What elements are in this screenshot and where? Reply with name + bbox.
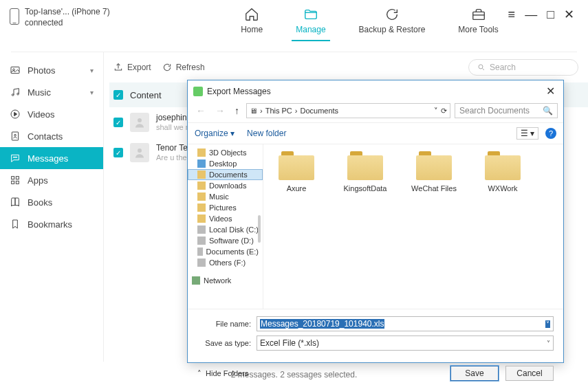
select-all-checkbox[interactable]: ✓ — [113, 90, 123, 100]
tree-label: Downloads — [209, 182, 246, 190]
sidebar-item-photos[interactable]: Photos ▾ — [0, 59, 103, 81]
dialog-body: 3D ObjectsDesktopDocumentsDownloadsMusic… — [188, 144, 563, 309]
tree-item[interactable]: Music — [188, 191, 263, 202]
folder-item[interactable]: WeChat Files — [409, 151, 459, 192]
svg-point-17 — [138, 148, 142, 153]
svg-rect-12 — [16, 177, 19, 179]
menu-button[interactable]: ≡ — [508, 8, 516, 21]
row-checkbox[interactable]: ✓ — [113, 148, 123, 157]
scrollbar[interactable] — [258, 148, 262, 309]
filename-input[interactable]: Messages_20180719_101940.xls ˅ — [257, 316, 554, 331]
crumb-root[interactable]: This PC — [265, 107, 292, 115]
filename-value: Messages_20180719_101940.xls — [260, 319, 384, 329]
maximize-button[interactable]: □ — [547, 8, 554, 21]
row-checkbox[interactable]: ✓ — [113, 118, 123, 127]
sidebar-item-videos[interactable]: Videos — [0, 103, 103, 125]
dialog-search-input[interactable]: Search Documents 🔍 — [455, 103, 558, 118]
folder-item[interactable]: Axure — [272, 151, 321, 192]
refresh-label: Refresh — [176, 63, 205, 72]
search-icon — [477, 63, 486, 72]
tree-item[interactable]: Software (D:) — [188, 235, 263, 246]
search-input[interactable]: Search — [468, 59, 578, 76]
tree-item[interactable]: Local Disk (C:) — [188, 224, 263, 235]
svg-point-7 — [14, 134, 17, 136]
folder-icon — [302, 7, 320, 22]
tree-label: Desktop — [209, 160, 237, 168]
bookmarks-icon — [10, 219, 21, 230]
close-button[interactable]: ✕ — [564, 8, 574, 21]
phone-icon — [10, 8, 19, 25]
toolbox-icon — [470, 7, 488, 22]
chevron-down-icon[interactable]: ˅ — [547, 340, 550, 347]
view-mode-button[interactable]: ☰ ▾ — [516, 127, 538, 140]
search-icon: 🔍 — [543, 106, 553, 116]
chevron-down-icon[interactable]: ˅ — [545, 320, 550, 328]
tree-label: 3D Objects — [209, 148, 246, 157]
tab-home[interactable]: Home — [241, 7, 263, 40]
filetype-select[interactable]: Excel File (*.xls) ˅ — [257, 336, 554, 351]
folder-label: WXWork — [488, 184, 517, 192]
fold-icon — [197, 204, 206, 212]
sidebar-label-music: Music — [28, 87, 51, 98]
new-folder-button[interactable]: New folder — [247, 129, 286, 138]
tab-manage[interactable]: Manage — [296, 7, 325, 40]
export-dialog: Export Messages ✕ ← → ↑ 🖥 › This PC › Do… — [187, 80, 564, 363]
folder-icon — [347, 151, 383, 180]
sidebar-label-photos: Photos — [28, 65, 55, 76]
chevron-down-icon[interactable]: ˅ — [434, 107, 438, 116]
nav-up-button[interactable]: ↑ — [232, 104, 242, 118]
hide-folders-toggle[interactable]: ˄ Hide Folders — [197, 369, 248, 378]
sidebar-item-apps[interactable]: Apps — [0, 169, 103, 191]
photos-icon — [10, 65, 21, 76]
tree-item-network[interactable]: Network — [188, 275, 263, 286]
refresh-icon[interactable]: ⟳ — [441, 107, 447, 116]
fold-icon — [197, 182, 206, 190]
cancel-button[interactable]: Cancel — [505, 366, 554, 381]
hide-folders-label: Hide Folders — [206, 369, 248, 377]
tree-label: Local Disk (C:) — [209, 226, 259, 234]
crumb-leaf[interactable]: Documents — [300, 107, 338, 115]
tree-item[interactable]: Downloads — [188, 180, 263, 191]
organize-menu[interactable]: Organize ▾ — [195, 129, 235, 138]
svg-point-16 — [138, 118, 142, 122]
tree-label: Videos — [209, 214, 232, 223]
svg-rect-0 — [472, 12, 484, 19]
svg-point-10 — [16, 157, 17, 157]
drv-icon — [197, 236, 206, 245]
sidebar-item-messages[interactable]: Messages — [0, 147, 103, 169]
sidebar-item-contacts[interactable]: Contacts — [0, 125, 103, 147]
chevron-down-icon: ▾ — [90, 67, 94, 74]
help-button[interactable]: ? — [545, 128, 556, 139]
tree-item[interactable]: Desktop — [188, 158, 263, 169]
tree-item[interactable]: Videos — [188, 213, 263, 224]
folder-item[interactable]: KingsoftData — [340, 151, 390, 192]
desk-icon — [197, 160, 206, 168]
sidebar-label-messages: Messages — [28, 153, 68, 164]
dialog-footer: ˄ Hide Folders Save Cancel — [188, 359, 563, 385]
refresh-button[interactable]: Refresh — [162, 63, 205, 72]
tree-item[interactable]: 3D Objects — [188, 147, 263, 158]
backup-icon — [383, 7, 401, 22]
tree-item[interactable]: Pictures — [188, 202, 263, 213]
save-button[interactable]: Save — [450, 366, 499, 381]
tree-item[interactable]: Others (F:) — [188, 257, 263, 268]
export-icon — [113, 63, 123, 72]
export-button[interactable]: Export — [113, 63, 151, 72]
nav-forward-button[interactable]: → — [213, 104, 228, 118]
nav-back-button[interactable]: ← — [193, 104, 208, 118]
dialog-close-button[interactable]: ✕ — [543, 85, 558, 98]
svg-rect-11 — [12, 177, 14, 179]
minimize-button[interactable]: — — [525, 8, 537, 21]
tab-backup[interactable]: Backup & Restore — [359, 7, 426, 40]
column-header-content: Content — [130, 90, 162, 100]
tree-item[interactable]: Documents (E:) — [188, 246, 263, 257]
tab-tools[interactable]: More Tools — [458, 7, 498, 40]
sidebar-item-music[interactable]: Music ▾ — [0, 81, 103, 103]
folder-item[interactable]: WXWork — [478, 151, 527, 192]
sidebar-item-bookmarks[interactable]: Bookmarks — [0, 213, 103, 235]
sidebar-item-books[interactable]: Books — [0, 191, 103, 213]
device-name: Top-Ianse'... (iPhone 7) — [25, 7, 110, 18]
tree-item[interactable]: Documents — [188, 169, 263, 180]
breadcrumb[interactable]: 🖥 › This PC › Documents ˅ ⟳ — [246, 103, 450, 118]
svg-rect-13 — [12, 181, 14, 184]
